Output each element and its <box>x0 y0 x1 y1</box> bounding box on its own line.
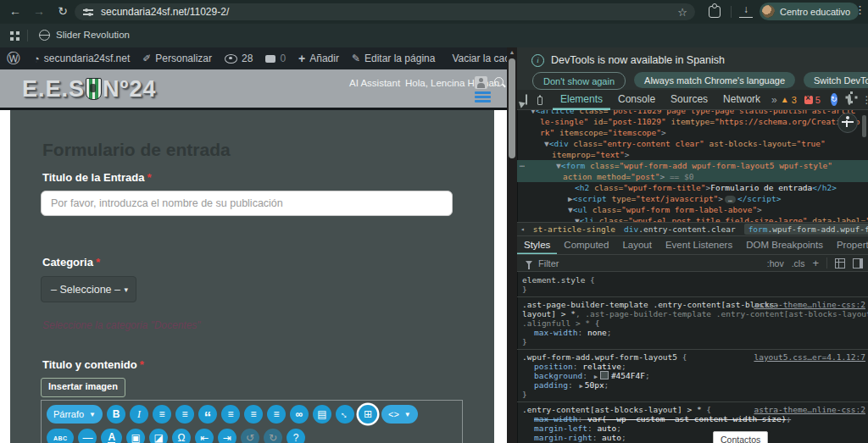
contactos-tooltip[interactable]: Contactos <box>713 431 768 443</box>
hr-button[interactable]: — <box>78 429 97 443</box>
admin-new-content[interactable]: +Añadir <box>298 52 339 65</box>
crumb-entry-content[interactable]: div.entry-content.clear <box>624 224 736 234</box>
tab-elements[interactable]: Elements <box>553 90 610 110</box>
remove-format-button[interactable]: ◪ <box>149 429 168 443</box>
reload-icon[interactable]: ↻ <box>54 3 71 19</box>
warnings-badge[interactable]: ▲3 <box>781 95 797 105</box>
special-char-button[interactable]: Ω <box>172 429 191 443</box>
admin-customize[interactable]: ✐Personalizar <box>142 53 212 64</box>
paragraph-select[interactable]: Párrafo▼ <box>47 405 103 424</box>
text-color-button[interactable]: A <box>101 429 122 443</box>
paste-button[interactable]: ▣ <box>126 429 145 443</box>
back-icon[interactable]: ← <box>7 3 24 19</box>
spellcheck-button[interactable]: ABC <box>47 429 74 443</box>
filter-input[interactable]: Filter <box>538 258 559 269</box>
page-scrollbar[interactable]: ▲ <box>507 47 517 443</box>
gear-icon[interactable] <box>848 94 851 105</box>
indent-button[interactable]: ⇥ <box>218 429 236 443</box>
scroll-up-icon[interactable]: ▲ <box>507 49 517 55</box>
dom-tree-line[interactable]: ⋯▼<form class="wpuf-form-add wpuf-form-l… <box>517 160 868 171</box>
dock-sidebar-icon[interactable] <box>853 258 863 269</box>
tree-scrollbar-thumb[interactable] <box>862 115 866 137</box>
scrollbar-thumb[interactable] <box>509 58 515 158</box>
url-text[interactable]: secundaria24sf.net/11029-2/ <box>101 6 229 18</box>
site-logo[interactable]: E.E.SNº24 <box>22 76 156 102</box>
admin-wp-logo[interactable]: Ⓦ <box>7 52 20 65</box>
dom-tree-line[interactable]: rk" itemscope="itemscope"> <box>517 127 868 138</box>
outdent-button[interactable]: ⇤ <box>195 429 214 443</box>
dom-tree-line[interactable]: le-single" id="post-11029" itemtype="htt… <box>517 116 868 127</box>
fullscreen-button[interactable]: ↔ <box>336 405 354 424</box>
dom-tree-line[interactable]: <h2 class="wpuf-form-title">Formulario d… <box>517 182 868 193</box>
crumb-form[interactable]: form.wpuf-form-add.wpuf-form-layout5.wpu… <box>744 224 868 235</box>
dom-tree-line[interactable]: ▼<ul class="wpuf-form form-label-above"> <box>517 204 868 215</box>
dom-tree-line[interactable]: ▼<li class="wpuf-el post_title field-siz… <box>517 215 868 222</box>
align-left-button[interactable]: ≡ <box>221 405 240 424</box>
forward-icon[interactable]: → <box>31 3 47 19</box>
styles-tab-dom-breakpoints[interactable]: DOM Breakpoints <box>739 236 830 255</box>
toggle-cls[interactable]: .cls <box>792 258 805 269</box>
menu-hamburger-icon[interactable] <box>475 91 491 102</box>
hr-rows-button[interactable]: ▤ <box>313 405 331 424</box>
admin-updates[interactable]: 28 <box>225 53 253 64</box>
user-avatar[interactable] <box>475 76 487 89</box>
dom-tree-line[interactable]: itemprop="text"> <box>517 149 868 160</box>
toggle-new-rule[interactable]: + <box>812 257 819 269</box>
css-line[interactable]: } <box>517 285 868 295</box>
bookmark-slider-revolution[interactable]: Slider Revolution <box>56 30 130 40</box>
undo-button[interactable]: ↺ <box>241 429 259 443</box>
search-icon[interactable] <box>494 77 504 86</box>
italic-button[interactable]: I <box>130 405 148 424</box>
admin-comments[interactable]: 0 <box>265 53 286 64</box>
dom-tree-line[interactable]: ▼<article class="post-11029 page type-pa… <box>517 110 868 116</box>
styles-tab-computed[interactable]: Computed <box>557 236 615 255</box>
site-settings-icon[interactable] <box>83 8 93 16</box>
redo-button[interactable]: ↻ <box>264 429 282 443</box>
line-overflow-icon[interactable]: ⋯ <box>520 160 525 171</box>
crumb-article[interactable]: st-article-single <box>533 224 615 234</box>
ai-assistant-link[interactable]: AI Assistant <box>349 78 400 88</box>
help-button[interactable]: ? <box>287 429 305 443</box>
table-button[interactable]: ⊞ <box>359 405 377 424</box>
admin-edit-page[interactable]: ✎Editar la página <box>352 53 435 64</box>
css-line[interactable]: } <box>517 337 868 347</box>
profile-chip[interactable]: Centro educativo <box>760 3 859 20</box>
extensions-icon[interactable] <box>709 6 721 18</box>
code-button[interactable]: <>▼ <box>381 405 418 424</box>
bullet-list-button[interactable]: ≡ <box>153 405 171 424</box>
align-right-button[interactable]: ≡ <box>267 405 286 424</box>
styles-tab-properties[interactable]: Properties <box>830 236 868 255</box>
tab-sources[interactable]: Sources <box>663 90 715 110</box>
toggle-hov[interactable]: :hov <box>767 258 784 269</box>
styles-tab-layout[interactable]: Layout <box>615 236 659 255</box>
device-toolbar-icon[interactable] <box>539 95 541 104</box>
apps-grid-icon[interactable] <box>10 31 14 35</box>
align-center-button[interactable]: ≡ <box>244 405 263 424</box>
numbered-list-button[interactable]: ≡ <box>175 405 194 424</box>
insert-image-button[interactable]: Insertar imagen <box>41 378 125 397</box>
inspect-element-icon[interactable] <box>526 94 527 105</box>
errors-badge[interactable]: 5 <box>804 95 821 105</box>
banner-button-2[interactable]: Switch DevTools to Spanish <box>804 72 868 88</box>
devtools-menu-icon[interactable]: ⋮ <box>862 94 868 106</box>
styles-tab-styles[interactable]: Styles <box>517 236 557 255</box>
dom-tree-line[interactable]: ▼<div class="entry-content clear" ast-bl… <box>517 138 868 149</box>
browser-menu-icon[interactable]: ⋮ <box>854 3 865 16</box>
bold-button[interactable]: B <box>107 405 125 424</box>
link-button[interactable]: ∞ <box>290 405 309 424</box>
banner-button-1[interactable]: Always match Chrome's language <box>634 72 795 88</box>
dom-tree-line[interactable]: action method="post"> == $0 <box>517 171 868 182</box>
tab-console[interactable]: Console <box>610 90 663 110</box>
computed-styles-icon[interactable] <box>835 258 845 269</box>
downloads-icon[interactable]: ↓ <box>739 3 753 18</box>
styles-tab-event-listeners[interactable]: Event Listeners <box>659 236 739 255</box>
more-tabs-icon[interactable]: » <box>768 94 781 106</box>
category-select[interactable]: – Seleccione – ▾ <box>41 276 136 302</box>
admin-site-name[interactable]: ◔secundaria24sf.net <box>33 53 130 64</box>
address-bar[interactable]: secundaria24sf.net/11029-2/ ☆ <box>75 3 695 20</box>
devtools-notification-icon[interactable]: ↻ <box>831 93 837 106</box>
tab-network[interactable]: Network <box>715 90 768 110</box>
accessibility-widget-icon[interactable] <box>837 113 858 133</box>
banner-button-0[interactable]: Don't show again <box>532 72 626 90</box>
post-title-input[interactable] <box>41 191 453 216</box>
